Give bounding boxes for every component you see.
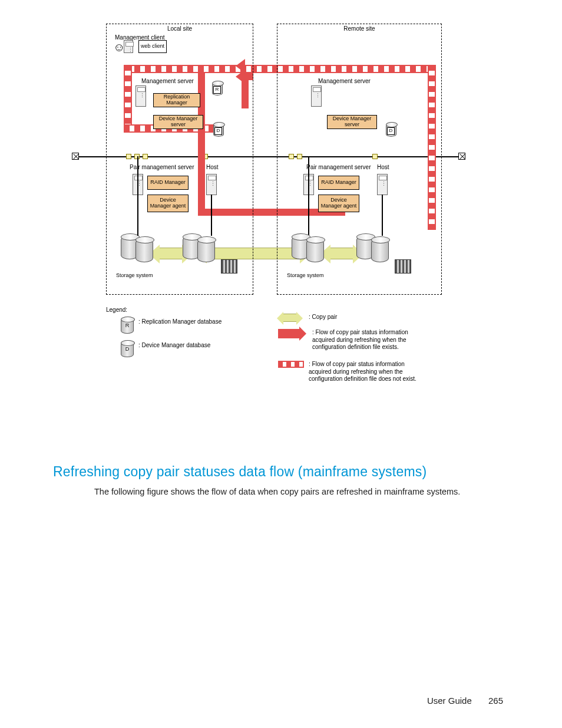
remote-site-label: Remote site [277, 25, 441, 32]
client-pc-icon [124, 40, 133, 53]
footer-doc-title: User Guide [427, 696, 472, 706]
device-manager-agent-box: Device Manager agent [318, 195, 359, 212]
pair-mgmt-server-label: Pair management server [306, 164, 371, 170]
legend-flow-dash: : Flow of copy pair status information a… [278, 361, 427, 383]
legend-text: : Device Manager database [138, 342, 210, 350]
device-manager-server-box: Device Manager server [153, 115, 203, 129]
device-manager-agent-box: Device Manager agent [147, 195, 189, 212]
db-letter: D [214, 127, 222, 135]
host-icon [377, 174, 388, 195]
server-icon [135, 85, 146, 107]
web-client-box: web client [138, 40, 167, 53]
dashed-arrow-icon [278, 361, 304, 368]
network-endpoint-icon [458, 153, 465, 160]
connector-line [382, 195, 383, 236]
raid-manager-box: RAID Manager [147, 176, 189, 190]
connector-line [211, 195, 212, 236]
footer-page-number: 265 [488, 696, 503, 706]
legend-title: Legend: [106, 307, 127, 313]
server-icon [311, 85, 322, 107]
legend-replication-db: R : Replication Manager database [121, 318, 222, 334]
disk-rack-icon [221, 259, 237, 274]
pair-mgmt-server-label: Pair management server [130, 164, 194, 170]
connector-line [137, 156, 138, 236]
storage-cylinder-icon [197, 239, 215, 262]
management-server-local-label: Management server [141, 78, 194, 84]
page-footer: User Guide 265 [427, 696, 503, 706]
disk-rack-icon [395, 259, 411, 274]
legend-text: : Flow of copy pair status information a… [309, 361, 427, 383]
device-manager-server-box: Device Manager server [327, 115, 377, 129]
storage-cylinder-icon [306, 239, 324, 262]
host-label: Host [377, 164, 389, 170]
storage-cylinder-icon [135, 239, 153, 262]
solid-arrow-icon [278, 329, 299, 338]
replication-manager-box: Replication Manager [153, 93, 200, 107]
network-endpoint-icon [72, 153, 79, 160]
host-icon [206, 174, 217, 195]
connector-line [308, 156, 309, 236]
local-site-label: Local site [107, 25, 253, 32]
storage-system-label: Storage system [115, 271, 174, 281]
section-body: The following figure shows the flow of d… [94, 487, 460, 496]
copy-pair-arrow-icon [283, 314, 297, 322]
storage-system-label: Storage system [286, 271, 345, 281]
legend-text: : Replication Manager database [138, 318, 222, 326]
legend-text: : Flow of copy pair status information a… [312, 329, 430, 351]
management-server-remote-label: Management server [318, 78, 371, 84]
legend-copy-pair: : Copy pair [283, 314, 337, 322]
legend-device-db: D : Device Manager database [121, 342, 210, 357]
db-letter: D [387, 127, 395, 135]
storage-cylinder-icon [371, 239, 389, 262]
legend-flow-solid: : Flow of copy pair status information a… [278, 329, 430, 351]
cylinder-icon: D [121, 342, 134, 357]
legend-text: : Copy pair [309, 314, 337, 321]
host-label: Host [206, 164, 219, 170]
section-heading: Refreshing copy pair statuses data flow … [53, 464, 427, 480]
raid-manager-box: RAID Manager [318, 176, 359, 190]
db-letter: R [213, 86, 221, 94]
cylinder-icon: R [121, 318, 134, 334]
architecture-diagram: Local site Management client ☺ web clien… [88, 24, 454, 301]
